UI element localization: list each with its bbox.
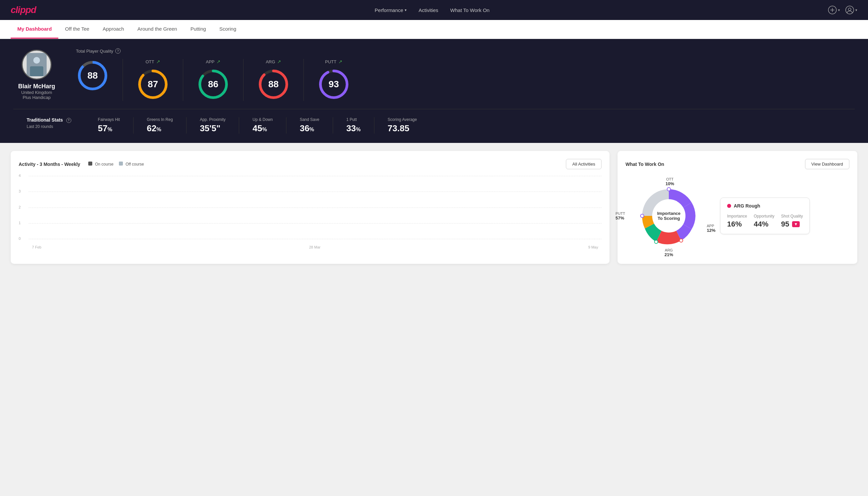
seg-label-ott: OTT 10% (665, 177, 674, 186)
stat-sandsave: Sand Save 36% (286, 117, 333, 134)
arg-rough-info-card: ARG Rough Importance 16% Opportunity 44% (720, 198, 810, 234)
total-score: 88 (87, 70, 98, 81)
svg-point-6 (33, 57, 40, 64)
donut-putt: 93 (317, 68, 350, 101)
donut-app: 86 (196, 68, 230, 101)
stat-sandsave-value: 36% (300, 123, 314, 134)
trad-stats-subtitle: Last 20 rounds (27, 124, 71, 129)
app-trend: ↗ (217, 59, 221, 64)
svg-point-4 (848, 8, 851, 11)
brand-logo[interactable]: clippd (11, 5, 36, 15)
player-handicap: Plus Handicap (23, 95, 51, 100)
svg-point-22 (654, 240, 658, 244)
info-stats-row: Importance 16% Opportunity 44% Shot Qual… (727, 214, 803, 229)
traditional-stats: Traditional Stats ? Last 20 rounds Fairw… (13, 117, 855, 134)
app-score: 86 (208, 79, 218, 90)
info-opportunity: Opportunity 44% (754, 214, 774, 229)
user-menu-button[interactable]: ▾ (845, 6, 857, 14)
tab-putting[interactable]: Putting (184, 20, 213, 38)
view-dashboard-button[interactable]: View Dashboard (805, 159, 849, 169)
stat-scoring: Scoring Average 73.85 (374, 117, 430, 134)
all-activities-button[interactable]: All Activities (566, 159, 601, 169)
tab-my-dashboard[interactable]: My Dashboard (11, 20, 58, 38)
chart-legend: On course Off course (88, 161, 144, 167)
info-shot-quality: Shot Quality 95 ▼ (781, 214, 803, 229)
add-button[interactable]: ▾ (828, 6, 840, 14)
stat-greens-value: 62% (147, 123, 161, 134)
svg-rect-7 (30, 66, 43, 76)
help-icon[interactable]: ? (115, 48, 121, 53)
tab-scoring[interactable]: Scoring (212, 20, 243, 38)
quality-title: Total Player Quality ? (76, 48, 855, 53)
opportunity-value: 44% (754, 220, 774, 229)
seg-label-arg: ARG 21% (664, 248, 673, 257)
stat-oneputt-value: 33% (346, 123, 361, 134)
putt-label: PUTT ↗ (325, 59, 343, 64)
metrics-row: 88 OTT ↗ 87 (76, 59, 855, 101)
stat-scoring-value: 73.85 (388, 123, 409, 134)
quality-section: Total Player Quality ? 88 (76, 48, 855, 101)
stat-fairways-value: 57% (98, 123, 112, 134)
wtwo-title: What To Work On (626, 161, 664, 167)
donut-arg: 88 (257, 68, 290, 101)
donut-total: 88 (76, 59, 109, 92)
metric-ott: OTT ↗ 87 (123, 59, 183, 101)
nav-what-to-work-on[interactable]: What To Work On (450, 7, 490, 13)
info-card-title: ARG Rough (727, 203, 803, 208)
stat-proximity-value: 35'5" (200, 123, 221, 134)
arg-trend: ↗ (277, 59, 281, 64)
seg-label-putt: PUTT 57% (616, 212, 625, 220)
center-label2: To Scoring (657, 216, 680, 221)
putt-score: 93 (328, 79, 339, 90)
what-to-work-on-card: What To Work On View Dashboard (617, 151, 857, 264)
metric-total: 88 (76, 59, 123, 101)
hero-section: Blair McHarg United Kingdom Plus Handica… (0, 39, 868, 143)
importance-value: 16% (727, 220, 747, 229)
tab-around-the-green[interactable]: Around the Green (130, 20, 184, 38)
legend-on-course: On course (88, 161, 114, 167)
svg-point-21 (679, 239, 683, 242)
help-icon-2[interactable]: ? (66, 118, 71, 123)
center-label1: Importance (657, 211, 680, 216)
player-name: Blair McHarg (18, 83, 55, 90)
x-labels: 7 Feb 28 Mar 9 May (29, 245, 601, 249)
arg-label: ARG ↗ (266, 59, 281, 64)
avatar (22, 50, 52, 80)
tab-approach[interactable]: Approach (96, 20, 130, 38)
info-importance: Importance 16% (727, 214, 747, 229)
trad-stats-title: Traditional Stats ? (27, 117, 71, 123)
bars-container (29, 176, 601, 239)
tab-off-the-tee[interactable]: Off the Tee (58, 20, 96, 38)
player-info: Blair McHarg United Kingdom Plus Handica… (13, 50, 60, 100)
shot-quality-value: 95 (781, 220, 789, 229)
bottom-section: Activity - 3 Months - Weekly On course O… (0, 143, 868, 272)
wtwo-header: What To Work On View Dashboard (626, 159, 849, 169)
nav-links: Performance ▾ Activities What To Work On (375, 7, 490, 13)
nav-performance[interactable]: Performance ▾ (375, 7, 407, 13)
metric-app: APP ↗ 86 (183, 59, 243, 101)
svg-point-20 (667, 188, 670, 191)
stat-updown-value: 45% (252, 123, 267, 134)
ott-trend: ↗ (156, 59, 160, 64)
metric-arg: ARG ↗ 88 (243, 59, 304, 101)
shot-quality-badge: ▼ (792, 221, 800, 227)
svg-point-23 (641, 214, 644, 218)
stat-fairways: Fairways Hit 57% (84, 117, 133, 134)
nav-right: ▾ ▾ (828, 6, 857, 14)
app-label: APP ↗ (206, 59, 221, 64)
wtwo-content: Importance To Scoring OTT 10% APP 12% AR… (626, 176, 849, 256)
donut-center: Importance To Scoring (657, 211, 680, 221)
activity-card-header: Activity - 3 Months - Weekly On course O… (19, 159, 601, 169)
donut-ott: 87 (136, 68, 170, 101)
metric-putt: PUTT ↗ 93 (304, 59, 364, 101)
player-country: United Kingdom (21, 90, 52, 95)
trad-stats-header: Traditional Stats ? Last 20 rounds (27, 117, 84, 134)
arg-score: 88 (268, 79, 279, 90)
stat-proximity: App. Proximity 35'5" (187, 117, 239, 134)
legend-off-course: Off course (119, 161, 144, 167)
activity-card: Activity - 3 Months - Weekly On course O… (11, 151, 610, 264)
putt-trend: ↗ (338, 59, 343, 64)
nav-activities[interactable]: Activities (419, 7, 438, 13)
red-dot-icon (727, 204, 731, 208)
activity-chart-area: 4 3 2 1 0 7 Feb 28 Mar 9 May (19, 176, 601, 249)
